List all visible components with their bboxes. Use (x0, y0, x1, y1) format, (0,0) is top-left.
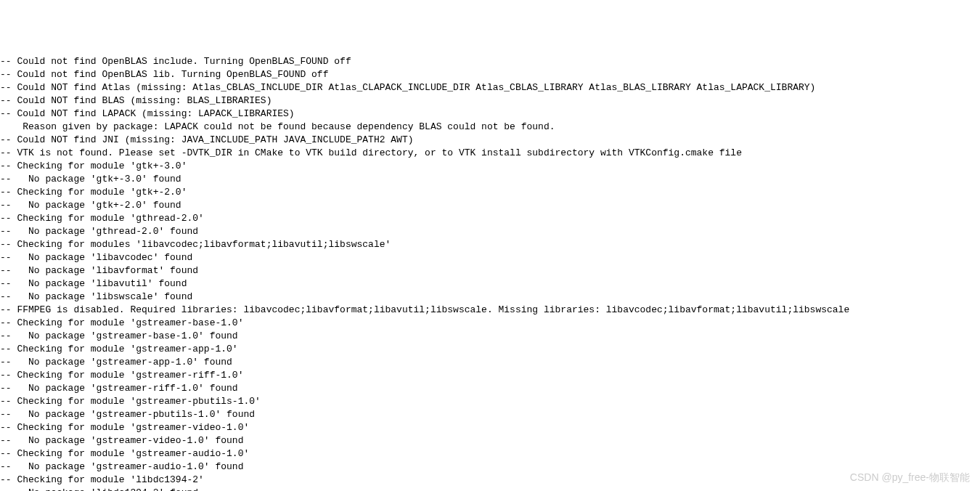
terminal-line: -- No package 'gstreamer-video-1.0' foun… (0, 434, 980, 447)
terminal-line: -- No package 'gtk+-3.0' found (0, 173, 980, 186)
terminal-line: -- Could NOT find LAPACK (missing: LAPAC… (0, 107, 980, 121)
terminal-line: -- No package 'libavutil' found (0, 277, 980, 291)
terminal-line: -- Could NOT find Atlas (missing: Atlas_… (0, 81, 980, 94)
terminal-line: -- FFMPEG is disabled. Required librarie… (0, 304, 980, 317)
terminal-line: -- No package 'gstreamer-riff-1.0' found (0, 382, 980, 395)
terminal-line: -- Checking for module 'gstreamer-app-1.… (0, 343, 980, 356)
terminal-line: -- Checking for module 'gstreamer-riff-1… (0, 369, 980, 382)
terminal-line: -- No package 'libswscale' found (0, 291, 980, 304)
terminal-line: -- No package 'gstreamer-audio-1.0' foun… (0, 460, 980, 474)
terminal-line: -- Checking for module 'gtk+-2.0' (0, 186, 980, 199)
terminal-line: -- Could NOT find JNI (missing: JAVA_INC… (0, 134, 980, 147)
terminal-line: -- Could not find OpenBLAS include. Turn… (0, 55, 980, 68)
terminal-line: -- No package 'gstreamer-app-1.0' found (0, 356, 980, 369)
terminal-line: -- Checking for module 'gstreamer-audio-… (0, 447, 980, 460)
terminal-line: -- No package 'gthread-2.0' found (0, 225, 980, 238)
terminal-line: -- Could NOT find BLAS (missing: BLAS_LI… (0, 94, 980, 107)
terminal-line: -- Checking for module 'gstreamer-video-… (0, 421, 980, 434)
terminal-line: -- Checking for module 'libdc1394-2' (0, 474, 980, 487)
terminal-line: -- VTK is not found. Please set -DVTK_DI… (0, 147, 980, 160)
terminal-line: -- No package 'libdc1394-2' found (0, 487, 980, 491)
terminal-line: -- No package 'gstreamer-base-1.0' found (0, 330, 980, 343)
terminal-line: -- No package 'gtk+-2.0' found (0, 199, 980, 212)
terminal-line: -- No package 'libavformat' found (0, 264, 980, 277)
terminal-line: -- Checking for module 'gtk+-3.0' (0, 160, 980, 173)
terminal-line: -- Checking for modules 'libavcodec;liba… (0, 238, 980, 251)
terminal-line: -- Checking for module 'gthread-2.0' (0, 212, 980, 225)
terminal-line: -- Could not find OpenBLAS lib. Turning … (0, 68, 980, 81)
terminal-output[interactable]: -- Could not find OpenBLAS include. Turn… (0, 52, 980, 491)
terminal-line: Reason given by package: LAPACK could no… (0, 121, 980, 134)
terminal-line: -- Checking for module 'gstreamer-pbutil… (0, 395, 980, 408)
terminal-line: -- No package 'gstreamer-pbutils-1.0' fo… (0, 408, 980, 421)
terminal-line: -- Checking for module 'gstreamer-base-1… (0, 317, 980, 330)
terminal-line: -- No package 'libavcodec' found (0, 251, 980, 264)
